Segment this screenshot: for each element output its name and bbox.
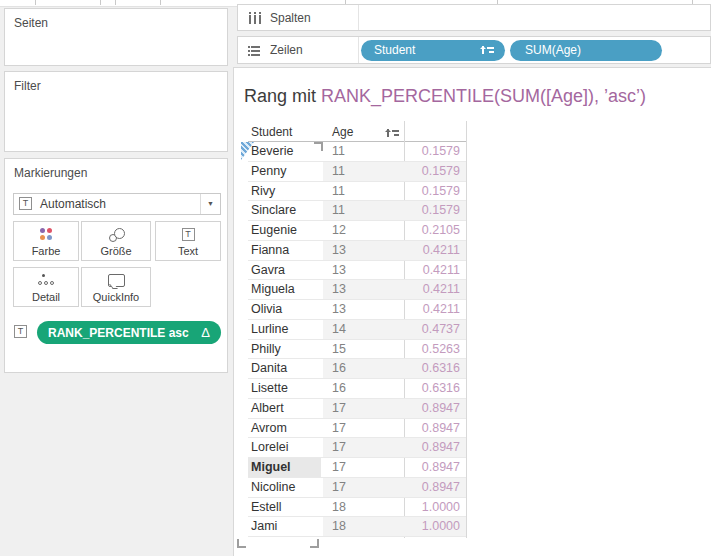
text-button[interactable]: T Text (155, 221, 221, 261)
rank-value-cell[interactable]: 0.5263 (404, 340, 463, 359)
student-cell[interactable]: Gavra (248, 261, 321, 280)
rank-percentile-pill-label: RANK_PERCENTILE asc (48, 326, 189, 340)
age-cell[interactable]: 17 (332, 438, 392, 457)
sort-icon[interactable] (482, 45, 494, 56)
age-cell[interactable]: 13 (332, 300, 392, 319)
student-cell[interactable]: Lisette (248, 379, 321, 398)
student-cell[interactable]: Philly (248, 340, 321, 359)
column-header-age[interactable]: Age (332, 125, 353, 139)
table-row[interactable]: Gavra 13 0.4211 (248, 261, 466, 281)
age-cell[interactable]: 17 (332, 399, 392, 418)
student-cell[interactable]: Rivy (248, 182, 321, 201)
student-cell[interactable]: Jami (248, 517, 321, 536)
age-cell[interactable]: 14 (332, 320, 392, 339)
student-cell[interactable]: Beverie (248, 142, 321, 161)
student-cell[interactable]: Nicoline (248, 478, 321, 497)
age-cell[interactable]: 13 (332, 261, 392, 280)
table-row[interactable]: Albert 17 0.8947 (248, 399, 466, 419)
rank-value-cell[interactable]: 0.6316 (404, 379, 463, 398)
student-cell[interactable]: Avrom (248, 419, 321, 438)
rank-value-cell[interactable]: 0.6316 (404, 359, 463, 378)
rank-percentile-pill[interactable]: RANK_PERCENTILE asc Δ (37, 321, 221, 344)
age-cell[interactable]: 12 (332, 221, 392, 240)
age-cell[interactable]: 16 (332, 379, 392, 398)
age-cell[interactable]: 16 (332, 359, 392, 378)
rank-value-cell[interactable]: 0.1579 (404, 162, 463, 181)
rank-value-cell[interactable]: 0.4211 (404, 300, 463, 319)
rank-value-cell[interactable]: 1.0000 (404, 517, 463, 536)
rank-value-cell[interactable]: 0.8947 (404, 399, 463, 418)
detail-button[interactable]: Detail (13, 267, 79, 307)
filters-shelf-card[interactable]: Filter (4, 71, 228, 152)
pages-shelf-card[interactable]: Seiten (4, 8, 228, 66)
toolbar-divider (100, 0, 101, 5)
table-row[interactable]: Lorelei 17 0.8947 (248, 438, 466, 458)
size-button[interactable]: Größe (81, 221, 151, 261)
table-row[interactable]: Avrom 17 0.8947 (248, 419, 466, 439)
student-cell[interactable]: Olivia (248, 300, 321, 319)
age-cell[interactable]: 11 (332, 182, 392, 201)
age-cell[interactable]: 13 (332, 241, 392, 260)
student-cell[interactable]: Lorelei (248, 438, 321, 457)
table-row[interactable]: Rivy 11 0.1579 (248, 182, 466, 202)
age-cell[interactable]: 15 (332, 340, 392, 359)
table-row[interactable]: Olivia 13 0.4211 (248, 300, 466, 320)
age-cell[interactable]: 11 (332, 201, 392, 220)
student-cell[interactable]: Estell (248, 498, 321, 517)
student-cell[interactable]: Miguela (248, 280, 321, 299)
age-cell[interactable]: 11 (332, 142, 392, 161)
table-row[interactable]: Jami 18 1.0000 (248, 517, 466, 537)
age-cell[interactable]: 13 (332, 280, 392, 299)
age-cell[interactable]: 17 (332, 478, 392, 497)
student-cell[interactable]: Danita (248, 359, 321, 378)
tooltip-button[interactable]: QuickInfo (81, 267, 151, 307)
mark-type-dropdown[interactable]: T Automatisch ▼ (13, 193, 221, 215)
rank-value-cell[interactable]: 1.0000 (404, 498, 463, 517)
rank-value-cell[interactable]: 0.8947 (404, 458, 463, 477)
table-row[interactable]: Lurline 14 0.4737 (248, 320, 466, 340)
rank-value-cell[interactable]: 0.4737 (404, 320, 463, 339)
table-row[interactable]: Fianna 13 0.4211 (248, 241, 466, 261)
sum-age-pill[interactable]: SUM(Age) (510, 40, 662, 61)
table-row[interactable]: Penny 11 0.1579 (248, 162, 466, 182)
rank-value-cell[interactable]: 0.4211 (404, 261, 463, 280)
sort-ascending-icon[interactable] (387, 128, 399, 139)
age-cell[interactable]: 11 (332, 162, 392, 181)
student-pill[interactable]: Student (361, 40, 505, 61)
table-row[interactable]: Nicoline 17 0.8947 (248, 478, 466, 498)
rank-value-cell[interactable]: 0.8947 (404, 419, 463, 438)
column-header-student[interactable]: Student (251, 125, 292, 139)
chevron-down-icon[interactable]: ▼ (200, 194, 220, 214)
table-row[interactable]: Lisette 16 0.6316 (248, 379, 466, 399)
student-cell[interactable]: Lurline (248, 320, 321, 339)
table-row[interactable]: Danita 16 0.6316 (248, 359, 466, 379)
rank-value-cell[interactable]: 0.8947 (404, 478, 463, 497)
rank-value-cell[interactable]: 0.8947 (404, 438, 463, 457)
table-row[interactable]: Philly 15 0.5263 (248, 340, 466, 360)
student-cell[interactable]: Fianna (248, 241, 321, 260)
age-cell[interactable]: 18 (332, 517, 392, 536)
rank-value-cell[interactable]: 0.2105 (404, 221, 463, 240)
table-row[interactable]: Beverie 11 0.1579 (248, 142, 466, 162)
table-row[interactable]: Miguel 17 0.8947 (248, 458, 466, 478)
tooltip-button-label: QuickInfo (82, 291, 150, 303)
rank-value-cell[interactable]: 0.1579 (404, 142, 463, 161)
table-row[interactable]: Eugenie 12 0.2105 (248, 221, 466, 241)
columns-shelf[interactable]: Spalten (237, 4, 711, 31)
age-cell[interactable]: 17 (332, 419, 392, 438)
table-row[interactable]: Sinclare 11 0.1579 (248, 201, 466, 221)
table-row[interactable]: Miguela 13 0.4211 (248, 280, 466, 300)
table-row[interactable]: Estell 18 1.0000 (248, 498, 466, 518)
student-cell[interactable]: Sinclare (248, 201, 321, 220)
rank-value-cell[interactable]: 0.4211 (404, 241, 463, 260)
student-cell[interactable]: Penny (248, 162, 321, 181)
color-button[interactable]: Farbe (13, 221, 79, 261)
rank-value-cell[interactable]: 0.1579 (404, 201, 463, 220)
rank-value-cell[interactable]: 0.1579 (404, 182, 463, 201)
student-cell[interactable]: Miguel (248, 458, 321, 477)
rank-value-cell[interactable]: 0.4211 (404, 280, 463, 299)
age-cell[interactable]: 18 (332, 498, 392, 517)
student-cell[interactable]: Albert (248, 399, 321, 418)
age-cell[interactable]: 17 (332, 458, 392, 477)
student-cell[interactable]: Eugenie (248, 221, 321, 240)
